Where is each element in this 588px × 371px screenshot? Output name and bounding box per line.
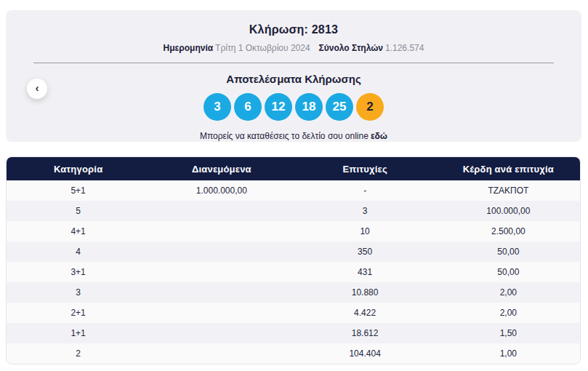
distributed-cell [150, 323, 293, 343]
drawn-number-ball: 6 [234, 93, 262, 121]
category-cell: 1+1 [7, 323, 150, 343]
prize-cell: 1,00 [437, 343, 580, 364]
category-cell: 3 [7, 282, 150, 303]
category-cell: 4+1 [7, 221, 150, 242]
table-row: 4+1102.500,00 [7, 221, 580, 242]
divider [33, 63, 554, 63]
table-row: 5+11.000.000,00-ΤΖΑΚΠΟΤ [7, 180, 580, 201]
chevron-left-icon: ‹ [36, 83, 39, 93]
wins-cell: 431 [294, 262, 437, 282]
distributed-cell [150, 262, 293, 282]
table-row: 435050,00 [7, 242, 580, 262]
wins-cell: 104.404 [294, 343, 437, 364]
prize-table-card: ΚατηγορίαΔιανεμόμεναΕπιτυχίεςΚέρδη ανά ε… [6, 156, 581, 364]
columns-label: Σύνολο Στηλών [319, 43, 383, 53]
prize-cell: 2,00 [437, 282, 580, 303]
distributed-cell [150, 303, 293, 323]
prize-cell: 50,00 [437, 262, 580, 282]
online-here-link[interactable]: εδώ [371, 131, 387, 141]
header-row: ΚατηγορίαΔιανεμόμεναΕπιτυχίεςΚέρδη ανά ε… [7, 157, 580, 180]
wins-cell: 350 [294, 242, 437, 262]
prize-cell: ΤΖΑΚΠΟΤ [437, 180, 580, 201]
column-header: Κατηγορία [7, 157, 150, 180]
distributed-cell [150, 282, 293, 303]
drawn-number-ball: 3 [204, 93, 231, 121]
distributed-cell [150, 201, 293, 221]
prize-table: ΚατηγορίαΔιανεμόμεναΕπιτυχίεςΚέρδη ανά ε… [7, 157, 580, 364]
date-value: Τρίτη 1 Οκτωβρίου 2024 [215, 43, 310, 53]
results-title: Αποτελέσματα Κλήρωσης [6, 73, 581, 85]
table-row: 2104.4041,00 [7, 343, 580, 364]
draw-meta: ΗμερομηνίαΤρίτη 1 Οκτωβρίου 2024Σύνολο Σ… [6, 43, 581, 53]
drawn-number-ball: 18 [295, 93, 323, 121]
distributed-cell [150, 221, 293, 242]
date-label: Ημερομηνία [164, 43, 214, 53]
category-cell: 2+1 [7, 303, 150, 323]
wins-cell: 10.880 [294, 282, 437, 303]
category-cell: 2 [7, 343, 150, 364]
wins-cell: 18.612 [294, 323, 437, 343]
prize-table-header: ΚατηγορίαΔιανεμόμεναΕπιτυχίεςΚέρδη ανά ε… [7, 157, 580, 180]
prize-table-body: 5+11.000.000,00-ΤΖΑΚΠΟΤ53100.000,004+110… [7, 180, 580, 364]
table-row: 53100.000,00 [7, 201, 580, 221]
category-cell: 5+1 [7, 180, 150, 201]
wins-cell: 4.422 [294, 303, 437, 323]
drawn-number-ball: 12 [265, 93, 292, 121]
distributed-cell [150, 242, 293, 262]
column-header: Επιτυχίες [294, 157, 437, 180]
draw-title: Κλήρωση: 2813 [6, 23, 581, 36]
prize-cell: 100.000,00 [437, 201, 580, 221]
table-row: 2+14.4222,00 [7, 303, 580, 323]
online-note-text: Μπορείς να καταθέσεις το δελτίο σου onli… [200, 131, 368, 141]
prize-cell: 2.500,00 [437, 221, 580, 242]
distributed-cell: 1.000.000,00 [150, 180, 293, 201]
category-cell: 5 [7, 201, 150, 221]
wins-cell: 3 [294, 201, 437, 221]
prize-cell: 50,00 [437, 242, 580, 262]
drawn-number-ball: 25 [326, 93, 353, 121]
table-row: 3+143150,00 [7, 262, 580, 282]
draw-summary-card: Κλήρωση: 2813 ΗμερομηνίαΤρίτη 1 Οκτωβρίο… [6, 10, 581, 142]
drawn-numbers-row: 361218252 [6, 93, 581, 121]
joker-number-ball: 2 [356, 93, 384, 121]
prize-cell: 1,50 [437, 323, 580, 343]
wins-cell: 10 [294, 221, 437, 242]
previous-draw-button[interactable]: ‹ [27, 79, 47, 99]
distributed-cell [150, 343, 293, 364]
table-row: 1+118.6121,50 [7, 323, 580, 343]
category-cell: 4 [7, 242, 150, 262]
column-header: Κέρδη ανά επιτυχία [437, 157, 580, 180]
columns-value: 1.126.574 [385, 43, 424, 53]
online-note: Μπορείς να καταθέσεις το δελτίο σου onli… [6, 131, 581, 141]
wins-cell: - [294, 180, 437, 201]
column-header: Διανεμόμενα [150, 157, 293, 180]
prize-cell: 2,00 [437, 303, 580, 323]
category-cell: 3+1 [7, 262, 150, 282]
table-row: 310.8802,00 [7, 282, 580, 303]
